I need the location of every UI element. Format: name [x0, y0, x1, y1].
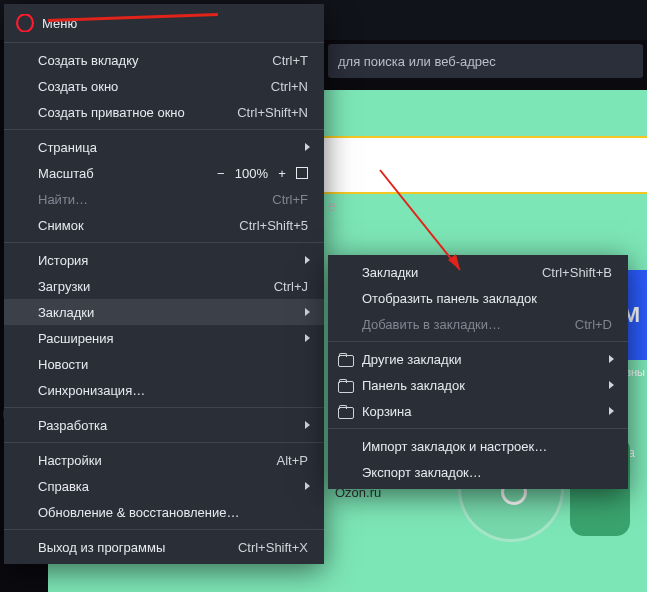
- menu-extensions[interactable]: Расширения: [4, 325, 324, 351]
- menu-update[interactable]: Обновление & восстановление…: [4, 499, 324, 525]
- zoom-out-button[interactable]: −: [216, 166, 226, 181]
- menu-help[interactable]: Справка: [4, 473, 324, 499]
- menu-downloads[interactable]: Загрузки Ctrl+J: [4, 273, 324, 299]
- sub-trash[interactable]: Корзина: [328, 398, 628, 424]
- menu-bookmarks[interactable]: Закладки: [4, 299, 324, 325]
- menu-snapshot[interactable]: Снимок Ctrl+Shift+5: [4, 212, 324, 238]
- menu-new-private[interactable]: Создать приватное окно Ctrl+Shift+N: [4, 99, 324, 125]
- menu-dev[interactable]: Разработка: [4, 412, 324, 438]
- menu-history[interactable]: История: [4, 247, 324, 273]
- sub-add-bookmark: Добавить в закладки… Ctrl+D: [328, 311, 628, 337]
- sub-show-bar[interactable]: Отобразить панель закладок: [328, 285, 628, 311]
- folder-icon: [338, 405, 352, 417]
- menu-new-tab[interactable]: Создать вкладку Ctrl+T: [4, 47, 324, 73]
- sub-bookmarks-bar[interactable]: Панель закладок: [328, 372, 628, 398]
- folder-icon: [338, 379, 352, 391]
- menu-label: Меню: [42, 16, 77, 31]
- menu-new-window[interactable]: Создать окно Ctrl+N: [4, 73, 324, 99]
- address-placeholder: для поиска или веб-адрес: [338, 54, 496, 69]
- menu-exit[interactable]: Выход из программы Ctrl+Shift+X: [4, 534, 324, 560]
- menu-news[interactable]: Новости: [4, 351, 324, 377]
- menu-find: Найти… Ctrl+F: [4, 186, 324, 212]
- chevron-right-icon: [609, 381, 614, 389]
- sub-bookmarks[interactable]: Закладки Ctrl+Shift+B: [328, 259, 628, 285]
- menu-button[interactable]: Меню: [4, 8, 324, 38]
- folder-icon: [338, 353, 352, 365]
- main-menu: Меню Создать вкладку Ctrl+T Создать окно…: [4, 4, 324, 564]
- card-hint: e: [328, 198, 336, 214]
- viewport: для поиска или веб-адрес e М авны Pa Бро…: [0, 0, 647, 592]
- menu-page[interactable]: Страница: [4, 134, 324, 160]
- chevron-right-icon: [305, 421, 310, 429]
- opera-icon: [16, 14, 34, 32]
- chevron-right-icon: [305, 334, 310, 342]
- zoom-in-button[interactable]: +: [277, 166, 287, 181]
- menu-sync[interactable]: Синхронизация…: [4, 377, 324, 403]
- sub-export[interactable]: Экспорт закладок…: [328, 459, 628, 485]
- svg-point-1: [17, 14, 33, 31]
- sub-other-bookmarks[interactable]: Другие закладки: [328, 346, 628, 372]
- chevron-right-icon: [305, 143, 310, 151]
- fullscreen-icon[interactable]: [296, 167, 308, 179]
- menu-settings[interactable]: Настройки Alt+P: [4, 447, 324, 473]
- address-bar[interactable]: для поиска или веб-адрес: [328, 44, 643, 78]
- menu-zoom[interactable]: Масштаб − 100% +: [4, 160, 324, 186]
- zoom-controls: − 100% +: [216, 166, 308, 181]
- chevron-right-icon: [305, 482, 310, 490]
- chevron-right-icon: [305, 308, 310, 316]
- chevron-right-icon: [609, 355, 614, 363]
- sub-import[interactable]: Импорт закладок и настроек…: [328, 433, 628, 459]
- bookmarks-submenu: Закладки Ctrl+Shift+B Отобразить панель …: [328, 255, 628, 489]
- chevron-right-icon: [609, 407, 614, 415]
- chevron-right-icon: [305, 256, 310, 264]
- zoom-value: 100%: [235, 166, 268, 181]
